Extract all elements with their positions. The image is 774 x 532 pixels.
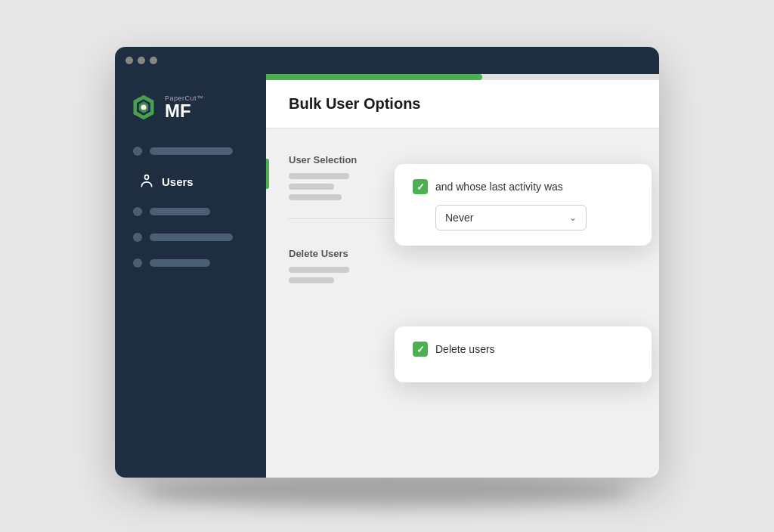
shadow-ellipse [145, 478, 629, 508]
papercut-logo-icon [130, 94, 157, 121]
delete-users-placeholders [289, 267, 379, 283]
sidebar-item-4[interactable] [127, 254, 254, 272]
sidebar-nav-area: Users [115, 142, 266, 272]
logo-area: PaperCut™ MF [115, 86, 266, 136]
chevron-down-icon: ⌄ [569, 212, 577, 223]
users-icon [139, 174, 154, 189]
delete-users-checkbox-label: Delete users [435, 343, 495, 355]
progress-fill [266, 74, 482, 80]
user-selection-card: ✓ and whose last activity was Never ⌄ [395, 164, 652, 246]
scene: PaperCut™ MF [92, 32, 682, 500]
user-selection-label-col: User Selection [289, 144, 379, 200]
sidebar-item-users[interactable]: Users [127, 168, 254, 195]
last-activity-dropdown[interactable]: Never ⌄ [435, 205, 587, 230]
last-activity-dropdown-row: Never ⌄ [413, 205, 633, 230]
delete-users-checkbox[interactable]: ✓ [413, 342, 428, 357]
sidebar-item-1[interactable] [127, 142, 254, 160]
window-content: PaperCut™ MF [115, 74, 659, 478]
title-bar [115, 47, 659, 74]
nav-bar-3 [150, 234, 233, 241]
nav-bar-1 [150, 147, 233, 155]
delete-users-label-col: Delete Users [289, 237, 379, 283]
checkmark-icon-2: ✓ [416, 345, 425, 354]
logo-text: PaperCut™ MF [165, 94, 204, 120]
browser-window: PaperCut™ MF [115, 47, 659, 478]
last-activity-dropdown-value: Never [445, 212, 473, 224]
svg-point-3 [141, 104, 146, 110]
page-header: Bulk User Options [266, 80, 659, 128]
main-content: Bulk User Options User Selection [266, 74, 659, 478]
logo-mf-label: MF [165, 102, 204, 120]
placeholder-line-4 [289, 267, 349, 273]
active-sidebar-indicator [266, 159, 269, 189]
sidebar-item-2[interactable] [127, 203, 254, 221]
placeholder-line-2 [289, 184, 334, 190]
user-selection-label: User Selection [289, 144, 379, 165]
nav-dot-4 [133, 258, 142, 268]
last-activity-label: and whose last activity was [435, 181, 563, 193]
checkmark-icon-1: ✓ [416, 182, 425, 192]
delete-users-label: Delete Users [289, 237, 379, 259]
traffic-light-minimize[interactable] [138, 57, 145, 64]
nav-dot-1 [133, 147, 142, 156]
placeholder-line-5 [289, 277, 334, 283]
sidebar-item-3[interactable] [127, 228, 254, 246]
user-selection-placeholders [289, 173, 379, 200]
last-activity-checkbox[interactable]: ✓ [413, 179, 428, 194]
nav-bar-2 [150, 208, 210, 215]
page-title: Bulk User Options [289, 95, 636, 113]
nav-dot-2 [133, 207, 142, 216]
nav-dot-3 [133, 233, 142, 242]
users-label: Users [162, 175, 194, 188]
traffic-lights [125, 57, 157, 64]
nav-bar-4 [150, 259, 210, 267]
delete-users-checkbox-row: ✓ Delete users [413, 342, 633, 357]
sidebar: PaperCut™ MF [115, 74, 266, 478]
top-progress-bar [266, 74, 659, 80]
placeholder-line-1 [289, 173, 349, 179]
traffic-light-close[interactable] [125, 57, 133, 64]
delete-users-card: ✓ Delete users [395, 326, 652, 382]
last-activity-checkbox-row: ✓ and whose last activity was [413, 179, 633, 194]
traffic-light-maximize[interactable] [150, 57, 157, 64]
placeholder-line-3 [289, 194, 342, 200]
